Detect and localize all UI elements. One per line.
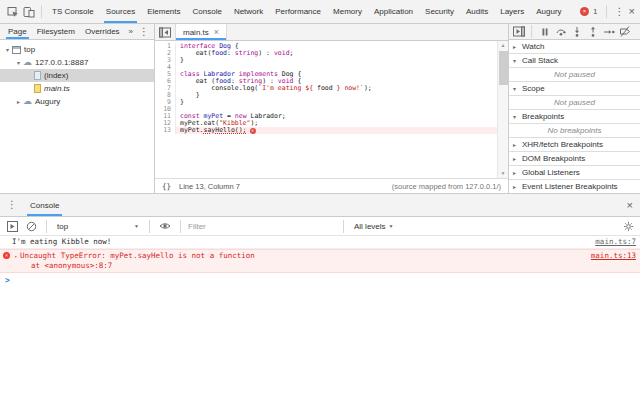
deactivate-breakpoints-icon[interactable]: [617, 25, 632, 39]
line-number[interactable]: 6: [155, 78, 176, 85]
tree-expander-icon[interactable]: ▾: [3, 46, 12, 53]
live-expression-eye-icon[interactable]: [157, 218, 173, 234]
section-call-stack[interactable]: ▾Call Stack: [509, 54, 640, 68]
more-tabs-button[interactable]: »: [125, 27, 137, 36]
code-line: 8 }: [155, 92, 497, 99]
pretty-print-button[interactable]: {}: [162, 182, 171, 191]
section-label: Scope: [522, 84, 545, 93]
code-line: 3}: [155, 57, 497, 64]
step-into-icon[interactable]: [569, 25, 584, 39]
code-text[interactable]: }: [176, 92, 497, 99]
scroll-up-icon[interactable]: ▲: [501, 41, 506, 50]
more-options-icon[interactable]: ⋮: [615, 7, 625, 17]
error-stack-frame: at <anonymous>:8:7: [20, 261, 583, 271]
section-global-listeners[interactable]: ▸Global Listeners: [509, 166, 640, 180]
pause-script-icon[interactable]: [537, 25, 552, 39]
main-tab-augury[interactable]: Augury: [530, 0, 567, 23]
code-text[interactable]: eat(food: string) : void;: [176, 50, 497, 57]
tree-expander-icon[interactable]: ▾: [14, 59, 23, 66]
inspect-element-icon[interactable]: [5, 4, 21, 20]
tree-item-main-ts[interactable]: main.ts: [0, 82, 154, 95]
divider: [180, 220, 181, 233]
clear-console-icon[interactable]: [23, 218, 39, 234]
chevron-icon: ▾: [513, 113, 522, 120]
line-number[interactable]: 2: [155, 50, 176, 57]
source-link[interactable]: main.ts:7: [595, 237, 636, 247]
step-out-icon[interactable]: [585, 25, 600, 39]
section-label: DOM Breakpoints: [522, 154, 585, 163]
step-icon[interactable]: [601, 25, 616, 39]
line-number[interactable]: 8: [155, 92, 176, 99]
main-tab-memory[interactable]: Memory: [327, 0, 368, 23]
main-tab-elements[interactable]: Elements: [141, 0, 186, 23]
section-dom-breakpoints[interactable]: ▸DOM Breakpoints: [509, 152, 640, 166]
console-toolbar: top ▼ All levels ▼: [0, 217, 640, 236]
line-number[interactable]: 1: [155, 43, 176, 50]
line-number[interactable]: 4: [155, 64, 176, 71]
close-devtools-icon[interactable]: ×: [629, 6, 635, 17]
tree-item-label: top: [24, 45, 35, 54]
tab-console[interactable]: Console: [25, 194, 64, 216]
chevron-icon: ▸: [513, 141, 522, 148]
main-tab-sources[interactable]: Sources: [100, 0, 141, 23]
device-toolbar-icon[interactable]: [21, 4, 37, 20]
console-sidebar-icon[interactable]: [4, 218, 20, 234]
line-number[interactable]: 13: [155, 127, 176, 134]
main-tab-network[interactable]: Network: [228, 0, 269, 23]
tree-expander-icon[interactable]: ▸: [14, 98, 23, 105]
console-settings-gear-icon[interactable]: [620, 218, 636, 234]
tab-close-icon[interactable]: ×: [214, 27, 219, 37]
tree-item-127-0-0-1-8887[interactable]: ▾☁127.0.0.1:8887: [0, 56, 154, 69]
main-tab-layers[interactable]: Layers: [494, 0, 530, 23]
navigator-tab-overrides[interactable]: Overrides: [80, 24, 125, 39]
line-number[interactable]: 3: [155, 57, 176, 64]
navigator-tab-filesystem[interactable]: Filesystem: [32, 24, 80, 39]
navigator-tab-page[interactable]: Page: [3, 24, 32, 39]
drawer-menu-icon[interactable]: ⋮: [7, 200, 17, 210]
source-link[interactable]: main.ts:13: [591, 251, 636, 261]
main-tab-audits[interactable]: Audits: [460, 0, 494, 23]
section-body-scope: Not paused: [509, 96, 640, 110]
console-message-error: ×▸Uncaught TypeError: myPet.sayHello is …: [0, 249, 640, 273]
section-scope[interactable]: ▾Scope: [509, 82, 640, 96]
hide-debugger-icon[interactable]: [511, 25, 526, 39]
error-badge-icon[interactable]: ×: [580, 7, 589, 16]
main-tab-security[interactable]: Security: [419, 0, 460, 23]
line-number[interactable]: 5: [155, 71, 176, 78]
editor-tab-main-ts[interactable]: main.ts ×: [175, 24, 227, 40]
code-text[interactable]: }: [176, 57, 497, 64]
section-event-listener-breakpoints[interactable]: ▸Event Listener Breakpoints: [509, 180, 640, 194]
section-xhr-fetch-breakpoints[interactable]: ▸XHR/fetch Breakpoints: [509, 138, 640, 152]
section-label: Breakpoints: [522, 112, 564, 121]
log-levels-select[interactable]: All levels ▼: [351, 222, 397, 231]
scrollbar-thumb[interactable]: [499, 51, 508, 85]
editor-scrollbar[interactable]: ▲ ▼: [497, 41, 508, 178]
code-text[interactable]: console.log(`I'm eating ${ food } now!`)…: [176, 85, 497, 92]
divider: [343, 220, 344, 233]
code-lines[interactable]: 1interface Dog {2 eat(food: string) : vo…: [155, 41, 497, 178]
expand-arrow-icon[interactable]: ▸: [12, 251, 20, 261]
javascript-context-select[interactable]: top ▼: [54, 222, 142, 231]
step-over-icon[interactable]: [553, 25, 568, 39]
error-message-text: Uncaught TypeError: myPet.sayHello is no…: [20, 251, 583, 261]
console-prompt[interactable]: >: [0, 273, 640, 285]
main-tab-performance[interactable]: Performance: [269, 0, 327, 23]
close-drawer-icon[interactable]: ×: [627, 200, 633, 211]
code-text[interactable]: myPet.sayHello();×: [176, 127, 497, 134]
main-tab-ts-console[interactable]: TS Console: [46, 0, 100, 23]
section-watch[interactable]: ▸Watch: [509, 40, 640, 54]
scroll-down-icon[interactable]: ▼: [501, 169, 506, 178]
code-text[interactable]: }: [176, 99, 497, 106]
tree-item-index[interactable]: (index): [0, 69, 154, 82]
hide-navigator-icon[interactable]: [157, 24, 173, 40]
tree-item-augury[interactable]: ▸☁Augury: [0, 95, 154, 108]
cursor-position: Line 13, Column 7: [179, 182, 240, 191]
section-breakpoints[interactable]: ▾Breakpoints: [509, 110, 640, 124]
code-line: 13myPet.sayHello();×: [155, 127, 497, 134]
tree-item-top[interactable]: ▾top: [0, 43, 154, 56]
navigator-menu-icon[interactable]: ⋮: [139, 27, 151, 37]
main-tab-application[interactable]: Application: [368, 0, 419, 23]
main-tab-console[interactable]: Console: [187, 0, 228, 23]
console-filter-input[interactable]: [188, 222, 336, 231]
line-number[interactable]: 7: [155, 85, 176, 92]
